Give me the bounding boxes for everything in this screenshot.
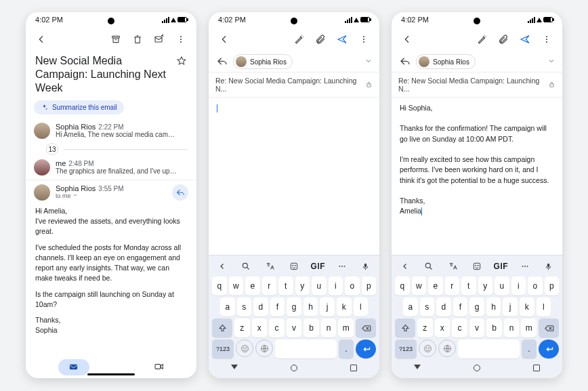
key-y[interactable]: y (295, 276, 310, 295)
key-o[interactable]: o (528, 276, 543, 295)
key-enter[interactable] (356, 339, 376, 358)
key-m[interactable]: m (521, 318, 537, 337)
message-expanded-header[interactable]: Sophia Rios3:55 PM to me (26, 180, 196, 205)
nav-meet-tab[interactable] (154, 361, 165, 373)
key-x[interactable]: x (252, 318, 268, 337)
collapsed-count-separator[interactable]: 13 (26, 143, 196, 155)
kbd-back-icon[interactable] (215, 259, 230, 274)
key-w[interactable]: w (229, 276, 244, 295)
key-j[interactable]: j (320, 297, 335, 316)
key-e[interactable]: e (245, 276, 260, 295)
reply-mode-icon[interactable] (215, 55, 229, 68)
kbd-gif-button[interactable]: GIF (310, 259, 325, 274)
overflow-menu-button[interactable] (538, 30, 555, 48)
nav-recents[interactable] (533, 365, 540, 371)
key-g[interactable]: g (469, 297, 484, 316)
gesture-bar[interactable] (87, 373, 135, 375)
key-globe[interactable] (255, 339, 273, 357)
key-i[interactable]: i (511, 276, 526, 295)
to-row[interactable]: Sophia Rios (209, 52, 379, 73)
key-t[interactable]: t (461, 276, 476, 295)
key-n[interactable]: n (321, 318, 337, 337)
key-q[interactable]: q (395, 276, 410, 295)
key-b[interactable]: b (303, 318, 319, 337)
back-button[interactable] (33, 30, 50, 48)
subject-row[interactable]: Re: New Social Media Campaign: Launching… (209, 73, 379, 98)
kbd-translate-icon[interactable] (263, 259, 278, 274)
kbd-more-icon[interactable] (335, 259, 350, 274)
key-emoji[interactable] (236, 339, 253, 357)
summarize-chip[interactable]: Summarize this email (34, 100, 124, 115)
send-button[interactable] (516, 30, 534, 48)
delete-button[interactable] (129, 30, 146, 48)
mark-unread-button[interactable] (150, 30, 168, 48)
kbd-translate-icon[interactable] (446, 259, 461, 274)
key-u[interactable]: u (495, 276, 509, 295)
key-space[interactable] (275, 339, 337, 358)
key-l[interactable]: l (537, 297, 551, 316)
compose-body-input[interactable]: Hi Sophia, Thanks for the confirmation! … (392, 98, 562, 255)
overflow-menu-button[interactable] (355, 30, 373, 48)
nav-hide-keyboard[interactable] (231, 365, 238, 371)
reply-mode-icon[interactable] (398, 55, 412, 68)
nav-home[interactable] (291, 365, 297, 371)
key-backspace[interactable] (539, 318, 559, 337)
key-emoji[interactable] (419, 339, 436, 357)
kbd-sticker-icon[interactable] (469, 259, 484, 274)
key-l[interactable]: l (354, 297, 369, 316)
key-k[interactable]: k (337, 297, 352, 316)
key-f[interactable]: f (270, 297, 285, 316)
key-numbers[interactable]: ?123 (395, 339, 417, 358)
key-s[interactable]: s (237, 297, 252, 316)
kbd-mic-icon[interactable] (358, 259, 373, 274)
key-c[interactable]: c (269, 318, 285, 337)
key-f[interactable]: f (453, 297, 468, 316)
overflow-menu-button[interactable] (172, 30, 190, 48)
magic-write-button[interactable] (290, 30, 308, 48)
kbd-gif-button[interactable]: GIF (493, 259, 508, 274)
kbd-search-icon[interactable] (238, 259, 253, 274)
key-backspace[interactable] (356, 318, 376, 337)
key-shift[interactable] (212, 318, 232, 337)
to-row[interactable]: Sophia Rios (392, 52, 562, 73)
kbd-search-icon[interactable] (421, 259, 436, 274)
key-i[interactable]: i (329, 276, 343, 295)
key-v[interactable]: v (287, 318, 302, 337)
key-n[interactable]: n (504, 318, 520, 337)
nav-home[interactable] (474, 365, 480, 371)
expand-recipients-button[interactable] (547, 57, 555, 66)
message-collapsed[interactable]: Sophia Rios2:22 PM Hi Amelia, The new so… (26, 119, 196, 143)
nav-hide-keyboard[interactable] (414, 365, 421, 371)
key-m[interactable]: m (338, 318, 354, 337)
attach-button[interactable] (312, 30, 329, 48)
key-z[interactable]: z (417, 318, 433, 337)
key-shift[interactable] (395, 318, 415, 337)
key-y[interactable]: y (478, 276, 493, 295)
key-r[interactable]: r (445, 276, 460, 295)
key-q[interactable]: q (212, 276, 227, 295)
key-w[interactable]: w (412, 276, 427, 295)
nav-recents[interactable] (350, 365, 357, 371)
quick-reply-button[interactable] (172, 184, 188, 201)
key-x[interactable]: x (435, 318, 450, 337)
key-p[interactable]: p (545, 276, 560, 295)
key-e[interactable]: e (428, 276, 443, 295)
key-enter[interactable] (539, 339, 559, 358)
key-b[interactable]: b (486, 318, 502, 337)
key-t[interactable]: t (278, 276, 293, 295)
key-period[interactable]: . (522, 339, 537, 358)
magic-write-button[interactable] (473, 30, 490, 48)
key-g[interactable]: g (287, 297, 301, 316)
compose-body-input[interactable] (209, 98, 379, 255)
key-o[interactable]: o (345, 276, 360, 295)
key-space[interactable] (458, 339, 520, 358)
key-k[interactable]: k (520, 297, 534, 316)
subject-row[interactable]: Re: New Social Media Campaign: Launching… (392, 73, 562, 98)
attach-button[interactable] (495, 30, 512, 48)
message-collapsed[interactable]: me2:48 PM The graphics are finalized, an… (26, 155, 196, 180)
key-s[interactable]: s (420, 297, 435, 316)
back-button[interactable] (215, 30, 233, 48)
kbd-back-icon[interactable] (398, 259, 413, 274)
key-numbers[interactable]: ?123 (212, 339, 234, 358)
key-z[interactable]: z (234, 318, 250, 337)
